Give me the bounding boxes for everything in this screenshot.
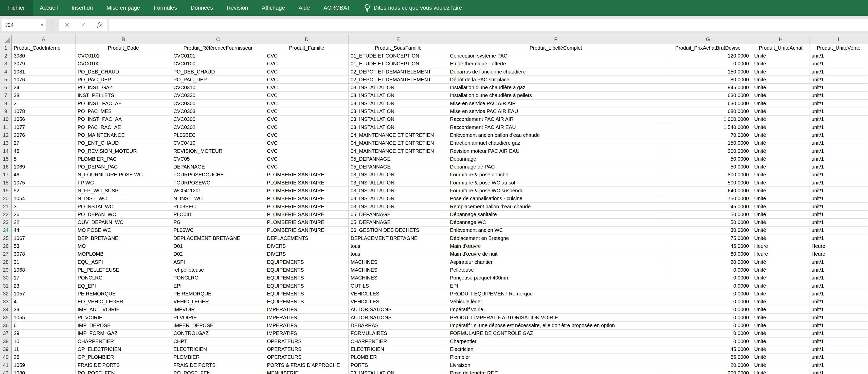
cell-H11[interactable]: Unité: [752, 123, 809, 131]
cell-A5[interactable]: 1076: [12, 76, 75, 84]
cell-A6[interactable]: 24: [12, 84, 75, 91]
cell-D15[interactable]: CVC: [265, 155, 348, 163]
cell-I15[interactable]: unit/1: [809, 155, 868, 163]
cell-I40[interactable]: unit/1: [809, 353, 868, 361]
cell-F37[interactable]: FORMULAIRE DE CONTRÔLE GAZ: [448, 330, 664, 338]
cell-F1[interactable]: Produit_LibelléComplet: [448, 44, 664, 52]
cell-F32[interactable]: PRODUIT EQUIPEMENT Remorque: [448, 290, 664, 298]
cell-D4[interactable]: CVC: [265, 68, 348, 76]
cell-E4[interactable]: 02_DEPOT ET DEMANTELEMENT: [348, 68, 448, 76]
cell-B42[interactable]: PO_POSE_FEN: [75, 369, 172, 374]
cell-B39[interactable]: OP_ELECTRICIEN: [75, 345, 172, 353]
cell-H2[interactable]: Unité: [752, 52, 809, 60]
cell-B12[interactable]: PO_MAINTENANCE: [75, 131, 172, 139]
cell-F5[interactable]: Dépôt de la PAC sur place: [448, 76, 664, 84]
cell-F42[interactable]: Pose de fenêtre RDC: [448, 369, 664, 374]
cell-A40[interactable]: 25: [12, 353, 75, 361]
menu-tab-fichier[interactable]: Fichier: [0, 0, 33, 16]
cell-I21[interactable]: unit/1: [809, 203, 868, 211]
cell-C29[interactable]: ref pelleteuse: [172, 266, 265, 274]
cell-G14[interactable]: 200,0000: [664, 147, 752, 155]
row-header-18[interactable]: 18: [0, 179, 12, 187]
cell-E20[interactable]: 03_INSTALLATION: [348, 195, 448, 203]
cell-B3[interactable]: CVC0100: [75, 60, 172, 68]
cell-G10[interactable]: 1 000,0000: [664, 116, 752, 123]
cell-C8[interactable]: CVC0300: [172, 100, 265, 107]
cell-I4[interactable]: unit/1: [809, 68, 868, 76]
column-header-h[interactable]: H: [752, 34, 809, 44]
cell-E21[interactable]: 03_INSTALLATION: [348, 203, 448, 211]
cell-A4[interactable]: 1081: [12, 68, 75, 76]
row-header-36[interactable]: 36: [0, 321, 12, 330]
cell-E1[interactable]: Produit_SousFamille: [348, 44, 448, 52]
cell-C39[interactable]: ELECTRICIEN: [172, 345, 265, 353]
cell-A22[interactable]: 26: [12, 211, 75, 218]
menu-tab-révision[interactable]: Révision: [220, 0, 255, 16]
cell-H3[interactable]: Unité: [752, 60, 809, 68]
cell-B6[interactable]: PO_INST_GAZ: [75, 84, 172, 91]
cell-C27[interactable]: D02: [172, 250, 265, 258]
cell-A32[interactable]: 1057: [12, 290, 75, 298]
cell-D14[interactable]: CVC: [265, 147, 348, 155]
cell-I23[interactable]: unit/1: [809, 219, 868, 226]
cell-D2[interactable]: CVC: [265, 52, 348, 60]
cell-H36[interactable]: Unité: [752, 321, 809, 330]
cell-H22[interactable]: Unité: [752, 211, 809, 218]
cell-G37[interactable]: 0,0000: [664, 330, 752, 338]
cell-B35[interactable]: PI_VOIRIE: [75, 314, 172, 321]
cell-B40[interactable]: OP_PLOMBIER: [75, 353, 172, 361]
menu-tab-insertion[interactable]: Insertion: [65, 0, 100, 16]
cell-H29[interactable]: Unité: [752, 266, 809, 274]
cell-I5[interactable]: unit/1: [809, 76, 868, 84]
cell-F20[interactable]: Pose de cannalisations - cuisine: [448, 195, 664, 203]
cell-I13[interactable]: unit/1: [809, 139, 868, 147]
cell-I7[interactable]: unit/1: [809, 92, 868, 100]
row-header-21[interactable]: 21: [0, 203, 12, 211]
row-header-7[interactable]: 7: [0, 92, 12, 100]
cell-C9[interactable]: CVC0303: [172, 107, 265, 115]
row-header-9[interactable]: 9: [0, 107, 12, 115]
cell-H33[interactable]: Unité: [752, 298, 809, 306]
cell-B9[interactable]: PO_PAC_MES: [75, 107, 172, 115]
cell-H7[interactable]: Unité: [752, 92, 809, 100]
cell-A2[interactable]: 3080: [12, 52, 75, 60]
cell-A26[interactable]: 53: [12, 242, 75, 250]
cell-E6[interactable]: 03_INSTALLATION: [348, 84, 448, 91]
cell-H31[interactable]: Unité: [752, 282, 809, 290]
cell-A30[interactable]: 17: [12, 274, 75, 282]
cell-C5[interactable]: PO_PAC_DEP: [172, 76, 265, 84]
cell-D29[interactable]: EQUIPEMENTS: [265, 266, 348, 274]
cell-D17[interactable]: PLOMBERIE SANITAIRE: [265, 171, 348, 179]
cell-E10[interactable]: 03_INSTALLATION: [348, 116, 448, 123]
cell-E16[interactable]: 05_DEPANNAGE: [348, 163, 448, 171]
cell-F9[interactable]: Mise en service PAC AIR EAU: [448, 107, 664, 115]
cell-F33[interactable]: Véhicule léger: [448, 298, 664, 306]
cell-G36[interactable]: 0,0000: [664, 321, 752, 330]
cell-C18[interactable]: FOURPOSEWC: [172, 179, 265, 187]
cell-E34[interactable]: AUTORISATIONS: [348, 306, 448, 314]
cell-C16[interactable]: DEPANNAGE: [172, 163, 265, 171]
cell-D25[interactable]: DEPLACEMENTS: [265, 235, 348, 242]
cell-I35[interactable]: unit/1: [809, 314, 868, 321]
row-header-32[interactable]: 32: [0, 290, 12, 298]
cell-H4[interactable]: Unité: [752, 68, 809, 76]
cell-F27[interactable]: Main d'œuvre de nuit: [448, 250, 664, 258]
cancel-button[interactable]: ✕: [64, 21, 70, 29]
cell-I25[interactable]: unit/1: [809, 235, 868, 242]
cell-G30[interactable]: 0,0000: [664, 274, 752, 282]
cell-F19[interactable]: Fourniture & pose WC suspendu: [448, 187, 664, 195]
cell-E7[interactable]: 03_INSTALLATION: [348, 92, 448, 100]
cell-B13[interactable]: PO_ENT_CHAUD: [75, 139, 172, 147]
cell-B11[interactable]: PO_PAC_RAC_AE: [75, 123, 172, 131]
cell-F38[interactable]: Charpentier: [448, 338, 664, 345]
cell-B25[interactable]: DEP_BRETAGNE: [75, 235, 172, 242]
cell-F17[interactable]: Fourniture & pose douche: [448, 171, 664, 179]
cell-G6[interactable]: 945,0000: [664, 84, 752, 91]
row-header-11[interactable]: 11: [0, 123, 12, 131]
cell-G18[interactable]: 500,0000: [664, 179, 752, 187]
cell-H20[interactable]: Unité: [752, 195, 809, 203]
cell-G42[interactable]: 200,0000: [664, 369, 752, 374]
cell-B16[interactable]: PO_DEPAN_PAC: [75, 163, 172, 171]
cell-I32[interactable]: unit/1: [809, 290, 868, 298]
cell-H17[interactable]: Unité: [752, 171, 809, 179]
